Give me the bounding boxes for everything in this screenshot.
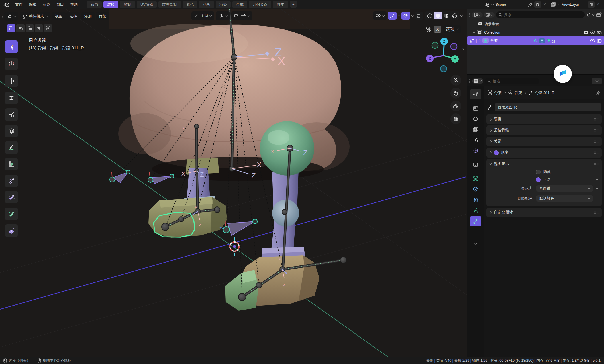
tab-object[interactable] <box>470 174 481 184</box>
snap-controls[interactable] <box>231 11 252 20</box>
panel-bendy-bones[interactable]: 柔性骨骼 <box>486 125 602 135</box>
shading-dropdown-icon[interactable] <box>460 14 463 17</box>
display-as-dropdown[interactable]: 八面锥 <box>536 185 593 192</box>
solid-shading-button[interactable] <box>434 12 442 19</box>
rotate-tool[interactable] <box>5 92 18 104</box>
select-extend-button[interactable] <box>16 24 25 32</box>
select-box-tool[interactable] <box>5 40 18 53</box>
filter-icon[interactable] <box>586 13 591 17</box>
add-workspace-button[interactable]: + <box>290 1 297 8</box>
wireframe-shading-button[interactable] <box>425 12 434 19</box>
scale-tool[interactable] <box>5 108 18 121</box>
material-preview-button[interactable] <box>442 12 450 19</box>
panel-relations[interactable]: 关系 <box>486 137 602 146</box>
select-intersect-button[interactable] <box>44 24 52 32</box>
pin-icon[interactable] <box>596 90 601 95</box>
tab-object-data[interactable] <box>470 206 481 215</box>
breadcrumb-data[interactable]: 骨架 <box>515 90 522 95</box>
viewlayer-selector[interactable]: ViewLayer ✕ <box>549 1 601 8</box>
editor-type-button[interactable] <box>4 12 18 21</box>
bone-name-field[interactable]: 骨骼.011_R <box>495 103 601 111</box>
3d-scene[interactable]: Z X X Z X Z x Z x x z x <box>0 9 467 357</box>
hide-checkbox[interactable] <box>536 170 541 174</box>
animate-dot[interactable] <box>596 179 598 180</box>
camera-view-button[interactable] <box>450 101 461 111</box>
row-scene-collection[interactable]: 场景集合 <box>467 20 604 28</box>
panel-transform[interactable]: 变换 <box>486 114 602 124</box>
tab-tool[interactable] <box>470 89 481 99</box>
selectable-checkbox[interactable] <box>536 177 541 182</box>
panel-drag-handle[interactable] <box>594 151 599 154</box>
outliner-search[interactable] <box>496 11 585 18</box>
panel-drag-handle[interactable] <box>594 211 599 214</box>
properties-search-input[interactable] <box>493 79 537 83</box>
mirror-x-button[interactable]: X <box>434 26 441 33</box>
tab-geometry-nodes[interactable]: 几何节点 <box>249 1 271 8</box>
tabs-scroll-down-icon[interactable] <box>474 242 477 245</box>
tab-rendering[interactable]: 渲染 <box>216 1 231 8</box>
menu-file[interactable]: 文件 <box>12 1 26 8</box>
transform-tool[interactable] <box>5 125 18 137</box>
menu-window[interactable]: 窗口 <box>53 1 67 8</box>
expand-icon[interactable] <box>473 30 476 33</box>
new-collection-button[interactable] <box>596 12 602 17</box>
select-invert-button[interactable] <box>35 24 43 32</box>
bone-envelope-tool[interactable] <box>5 191 18 203</box>
remove-viewlayer-icon[interactable]: ✕ <box>596 2 599 7</box>
camera-icon[interactable] <box>597 39 602 43</box>
eye-icon[interactable] <box>590 39 595 42</box>
panel-drag-handle[interactable] <box>594 118 599 121</box>
animate-dot[interactable] <box>596 188 598 189</box>
tab-shading[interactable]: 着色 <box>183 1 197 8</box>
outliner-search-input[interactable] <box>504 13 582 17</box>
scene-selector[interactable]: Scene ✕ <box>483 1 548 8</box>
gizmos-dropdown-icon[interactable] <box>398 14 401 17</box>
new-viewlayer-button[interactable] <box>588 1 595 8</box>
properties-editor-type[interactable] <box>472 78 483 84</box>
tab-bone[interactable] <box>470 216 481 226</box>
roll-tool[interactable] <box>5 175 18 187</box>
annotate-tool[interactable] <box>5 141 18 154</box>
checkbox-icon[interactable] <box>584 30 588 34</box>
tab-animation[interactable]: 动画 <box>199 1 214 8</box>
panel-drag-handle[interactable] <box>594 140 599 143</box>
outliner-filter-display[interactable] <box>484 12 495 18</box>
header-grip[interactable] <box>469 79 470 83</box>
properties-options-button[interactable] <box>592 78 602 84</box>
xray-toggle[interactable] <box>415 12 423 20</box>
gizmos-toggle[interactable] <box>388 12 397 20</box>
tab-output[interactable] <box>470 114 481 124</box>
bone-color-dropdown[interactable]: 默认颜色 <box>536 195 593 202</box>
select-subtract-button[interactable] <box>26 24 34 32</box>
toggle-perspective-button[interactable] <box>450 113 461 124</box>
tab-constraints[interactable] <box>470 184 481 194</box>
eye-icon[interactable] <box>590 30 595 34</box>
tab-modeling[interactable]: 建模 <box>103 1 118 8</box>
pin-icon[interactable] <box>528 2 533 7</box>
new-scene-button[interactable] <box>534 1 541 8</box>
overlays-dropdown-icon[interactable] <box>411 14 414 17</box>
menu-add[interactable]: 添加 <box>81 12 95 20</box>
tab-layout[interactable]: 布局 <box>87 1 102 8</box>
tab-scripting[interactable]: 脚本 <box>273 1 288 8</box>
menu-edit[interactable]: 编辑 <box>26 1 40 8</box>
row-collection[interactable]: Collection <box>467 28 604 36</box>
visibility-toggles[interactable] <box>373 11 387 20</box>
tab-texture-paint[interactable]: 纹理绘制 <box>158 1 181 8</box>
expand-icon[interactable] <box>478 39 481 42</box>
3d-viewport[interactable]: Z X X Z X Z x Z x x z x <box>0 9 467 357</box>
outliner-display-mode[interactable] <box>472 12 483 18</box>
move-tool[interactable] <box>5 75 18 87</box>
breadcrumb-bone[interactable]: 骨骼.011_R <box>535 90 554 95</box>
measure-tool[interactable] <box>5 158 18 170</box>
menu-render[interactable]: 渲染 <box>40 1 53 8</box>
tab-compositing[interactable]: 合成 <box>232 1 247 8</box>
zoom-button[interactable] <box>450 75 461 86</box>
tab-collection[interactable] <box>470 160 481 170</box>
menu-view[interactable]: 视图 <box>52 12 66 20</box>
tab-render[interactable] <box>470 103 481 113</box>
tab-scene[interactable] <box>470 135 481 145</box>
extrude-to-cursor-tool[interactable] <box>5 224 18 237</box>
panel-viewport-display[interactable]: 视图显示 隐藏 可选 <box>486 159 602 206</box>
header-grip[interactable] <box>469 13 470 17</box>
